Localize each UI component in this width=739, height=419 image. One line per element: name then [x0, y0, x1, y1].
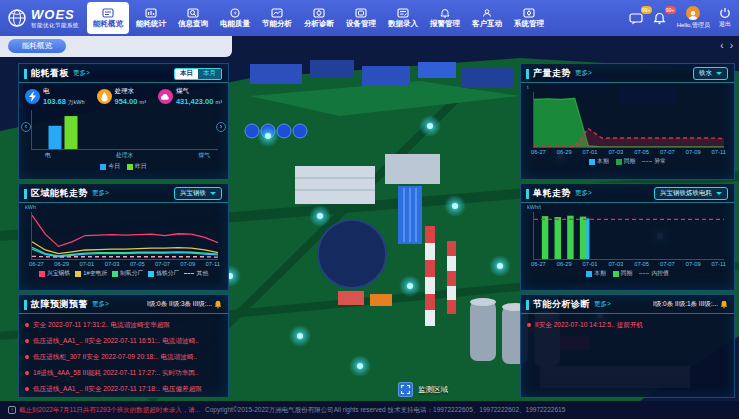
- map-marker[interactable]: [444, 195, 466, 217]
- chevron-down-icon: [716, 192, 722, 195]
- alerts-badge: 99+: [665, 6, 676, 14]
- energy-board-panel: 能耗看板 更多> 本日 本月 电 103.68 万kWh 处理水 954.00 …: [18, 63, 229, 180]
- more-link[interactable]: 更多>: [594, 300, 611, 309]
- map-marker[interactable]: [419, 115, 441, 137]
- region-chart-legend: 兴宝钢铁1#变电所制氧分厂炼铁分厂其他: [19, 267, 228, 278]
- more-link[interactable]: 更多>: [575, 189, 592, 198]
- nav-item-system[interactable]: 系统管理: [508, 0, 550, 36]
- nav-item-device-mgmt[interactable]: 设备管理: [340, 0, 382, 36]
- user-greeting: Hello,管理员: [677, 21, 710, 30]
- nav-item-overview[interactable]: 能耗概览: [87, 2, 129, 34]
- region-select[interactable]: 兴宝钢铁: [174, 187, 222, 200]
- carousel-prev-icon[interactable]: ‹: [720, 41, 723, 51]
- panel-accent: [24, 69, 27, 79]
- nav-item-customer[interactable]: 客户互动: [466, 0, 508, 36]
- bell-icon: [653, 12, 666, 25]
- breadcrumb-tab[interactable]: 能耗概览: [8, 39, 66, 53]
- nav-item-energy-stats[interactable]: 能耗统计: [130, 0, 172, 36]
- nav-item-alarm-mgmt[interactable]: 报警管理: [424, 0, 466, 36]
- system-icon: [523, 8, 535, 18]
- map-marker[interactable]: [289, 325, 311, 347]
- y-axis-label: t: [521, 83, 734, 90]
- globe-icon: [7, 8, 27, 28]
- alarm-item[interactable]: 低压进线柜_307 II安全 2022-07-09 20:18:.. 电流谐波畸…: [25, 349, 222, 365]
- unit-metric-select[interactable]: 兴宝钢铁炼铁电耗: [654, 187, 728, 200]
- map-marker[interactable]: [257, 125, 279, 147]
- panel-accent: [24, 189, 27, 199]
- production-area-chart: [533, 92, 724, 148]
- alarm-item[interactable]: 低压进线_AA1_.. II安全 2022-07-11 16:51:.. 电流谐…: [25, 333, 222, 349]
- alerts-button[interactable]: 99+: [653, 11, 668, 25]
- chart-prev-icon[interactable]: ‹: [21, 122, 31, 132]
- alarm-bell-icon: [720, 300, 728, 309]
- saving-analysis-icon: [271, 8, 283, 18]
- product-select[interactable]: 铁水: [693, 67, 728, 80]
- user-menu[interactable]: Hello,管理员: [677, 6, 710, 30]
- more-link[interactable]: 更多>: [92, 300, 109, 309]
- panel-title: 单耗走势: [533, 187, 571, 200]
- map-marker[interactable]: [309, 205, 331, 227]
- panel-title: 节能分析诊断: [533, 298, 590, 311]
- production-trend-panel: 产量走势 更多> 铁水 t 06-2706-2907-0107-0307-050…: [520, 63, 735, 180]
- panel-title: 能耗看板: [31, 67, 69, 80]
- metric-water: 处理水 954.00 m³: [97, 87, 146, 106]
- logout-button[interactable]: 退出: [719, 7, 731, 29]
- alarm-dot: [25, 339, 29, 343]
- toggle-month[interactable]: 本月: [198, 69, 221, 79]
- panel-title: 产量走势: [533, 67, 571, 80]
- diagnosis-list: II安全 2022-07-10 14:12:5.. 提前开机: [521, 314, 734, 336]
- device-mgmt-icon: [355, 8, 367, 18]
- fullscreen-button[interactable]: [398, 382, 413, 397]
- metrics-row: 电 103.68 万kWh 处理水 954.00 m³ 煤气 431,423.0…: [19, 83, 228, 108]
- level-stats: I级:0条 II级:3条 III级:...: [147, 300, 222, 309]
- nav-item-info-query[interactable]: 信息查询: [172, 0, 214, 36]
- energy-chart-categories: 电处理水煤气: [19, 150, 228, 160]
- diagnosis-icon: [313, 8, 325, 18]
- unit-chart-legend: 本期同期内控值: [521, 267, 734, 278]
- messages-button[interactable]: 99+: [629, 11, 644, 25]
- alarm-item[interactable]: 1#进线_4AA_58 III能耗 2022-07-11 17:27:.. 实时…: [25, 365, 222, 381]
- nav-item-power-quality[interactable]: 电能质量: [214, 0, 256, 36]
- level-stats: I级:0条 II级:1条 III级:...: [653, 300, 728, 309]
- brand-logo: WOES 智能优化节能系统: [0, 8, 86, 29]
- more-link[interactable]: 更多>: [92, 189, 109, 198]
- top-nav: WOES 智能优化节能系统 能耗概览 能耗统计 信息查询 电能质量 节能分析 分…: [0, 0, 739, 36]
- more-link[interactable]: 更多>: [73, 69, 90, 78]
- map-marker[interactable]: [489, 255, 511, 277]
- carousel-next-icon[interactable]: ›: [730, 41, 733, 51]
- gas-icon: [158, 89, 173, 104]
- power-icon: [719, 7, 731, 19]
- alarm-dot: [25, 387, 29, 391]
- nav-item-data-entry[interactable]: 数据录入: [382, 0, 424, 36]
- overview-icon: [102, 8, 114, 18]
- electric-icon: [25, 89, 40, 104]
- alarm-item[interactable]: 低压进线_AA1_.. II安全 2022-07-11 17:18:.. 电压偏…: [25, 381, 222, 397]
- fullscreen-icon: [401, 385, 410, 394]
- energy-stats-icon: [145, 8, 157, 18]
- metric-gas: 煤气 431,423.00 m³: [158, 87, 222, 106]
- unit-consumption-panel: 单耗走势 更多> 兴宝钢铁炼铁电耗 kWh/t 06-2706-2907-010…: [520, 183, 735, 291]
- nav-item-saving-analysis[interactable]: 节能分析: [256, 0, 298, 36]
- footer-notice[interactable]: 截止到2022年7月11日共有1293个班次的数据超时未录入，请...: [19, 406, 200, 415]
- power-quality-icon: [229, 8, 241, 18]
- alarm-item[interactable]: II安全 2022-07-10 14:12:5.. 提前开机: [527, 317, 728, 333]
- alarm-mgmt-icon: [439, 8, 451, 18]
- map-marker[interactable]: [349, 355, 371, 377]
- chart-next-icon[interactable]: ›: [216, 122, 226, 132]
- alarm-bell-icon: [214, 300, 222, 309]
- toggle-day[interactable]: 本日: [175, 69, 198, 79]
- panel-accent: [526, 189, 529, 199]
- panel-accent: [24, 300, 27, 310]
- map-marker[interactable]: [399, 275, 421, 297]
- production-chart-xaxis: 06-2706-2907-0107-0307-0507-0707-0907-11: [521, 148, 734, 155]
- nav-item-diagnosis[interactable]: 分析诊断: [298, 0, 340, 36]
- brand-subtitle: 智能优化节能系统: [31, 23, 79, 29]
- info-query-icon: [187, 8, 199, 18]
- more-link[interactable]: 更多>: [575, 69, 592, 78]
- footer-copyright: Copyright©2015-2022万洲电气股份有限公司All rights …: [205, 406, 565, 415]
- unit-chart-xaxis: 06-2706-2907-0107-0307-0507-0707-0907-11: [521, 260, 734, 267]
- production-chart-legend: 本期同期异常: [521, 155, 734, 166]
- page-carousel: ‹ ›: [720, 41, 733, 51]
- alarm-item[interactable]: 安全 2022-07-11 17:31:2.. 电流谐波畸变率超限: [25, 317, 222, 333]
- water-icon: [97, 89, 112, 104]
